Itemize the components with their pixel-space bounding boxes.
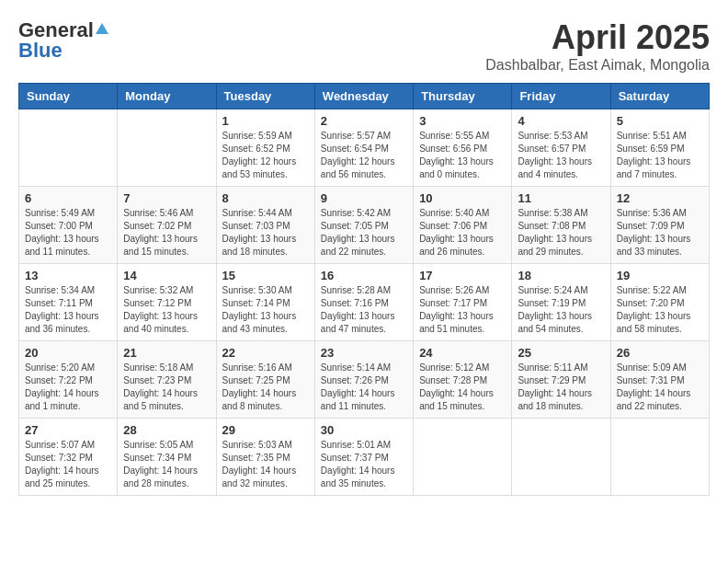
day-number: 23: [321, 346, 407, 360]
calendar-cell: 26Sunrise: 5:09 AM Sunset: 7:31 PM Dayli…: [610, 341, 709, 419]
day-info: Sunrise: 5:03 AM Sunset: 7:35 PM Dayligh…: [222, 439, 309, 490]
calendar-cell: 6Sunrise: 5:49 AM Sunset: 7:00 PM Daylig…: [19, 187, 118, 264]
calendar-cell: 11Sunrise: 5:38 AM Sunset: 7:08 PM Dayli…: [512, 187, 610, 264]
calendar-cell: 3Sunrise: 5:55 AM Sunset: 6:56 PM Daylig…: [414, 109, 512, 187]
calendar-cell: 30Sunrise: 5:01 AM Sunset: 7:37 PM Dayli…: [314, 419, 413, 496]
day-info: Sunrise: 5:16 AM Sunset: 7:25 PM Dayligh…: [222, 362, 309, 413]
calendar-cell: [512, 419, 610, 496]
calendar-header-sunday: Sunday: [19, 84, 118, 109]
day-number: 20: [25, 346, 111, 360]
day-number: 26: [617, 346, 703, 360]
calendar-cell: 7Sunrise: 5:46 AM Sunset: 7:02 PM Daylig…: [118, 187, 216, 264]
calendar-cell: 18Sunrise: 5:24 AM Sunset: 7:19 PM Dayli…: [512, 264, 610, 341]
calendar-header-saturday: Saturday: [610, 84, 709, 109]
day-number: 1: [222, 114, 309, 128]
day-number: 30: [321, 423, 407, 437]
calendar-cell: 9Sunrise: 5:42 AM Sunset: 7:05 PM Daylig…: [314, 187, 413, 264]
day-info: Sunrise: 5:46 AM Sunset: 7:02 PM Dayligh…: [123, 207, 210, 259]
day-number: 13: [25, 269, 111, 282]
day-number: 3: [419, 114, 506, 128]
day-number: 2: [321, 114, 407, 128]
day-number: 7: [123, 191, 210, 205]
calendar-cell: 8Sunrise: 5:44 AM Sunset: 7:03 PM Daylig…: [216, 187, 314, 264]
day-info: Sunrise: 5:30 AM Sunset: 7:14 PM Dayligh…: [222, 284, 309, 336]
day-number: 24: [419, 346, 506, 360]
day-number: 16: [321, 269, 407, 282]
calendar-cell: 22Sunrise: 5:16 AM Sunset: 7:25 PM Dayli…: [216, 341, 314, 419]
calendar-header-friday: Friday: [512, 84, 610, 109]
calendar-cell: 21Sunrise: 5:18 AM Sunset: 7:23 PM Dayli…: [118, 341, 216, 419]
day-info: Sunrise: 5:24 AM Sunset: 7:19 PM Dayligh…: [518, 284, 604, 336]
day-info: Sunrise: 5:22 AM Sunset: 7:20 PM Dayligh…: [617, 284, 703, 336]
calendar-week-row: 1Sunrise: 5:59 AM Sunset: 6:52 PM Daylig…: [19, 109, 710, 187]
day-number: 10: [419, 191, 506, 205]
calendar-cell: 4Sunrise: 5:53 AM Sunset: 6:57 PM Daylig…: [512, 109, 610, 187]
day-number: 15: [222, 269, 309, 282]
day-info: Sunrise: 5:09 AM Sunset: 7:31 PM Dayligh…: [617, 362, 703, 413]
day-info: Sunrise: 5:14 AM Sunset: 7:26 PM Dayligh…: [321, 362, 407, 413]
day-info: Sunrise: 5:05 AM Sunset: 7:34 PM Dayligh…: [123, 439, 210, 490]
day-info: Sunrise: 5:59 AM Sunset: 6:52 PM Dayligh…: [222, 130, 309, 181]
calendar-header-monday: Monday: [118, 84, 216, 109]
day-info: Sunrise: 5:42 AM Sunset: 7:05 PM Dayligh…: [321, 207, 407, 259]
calendar-header-wednesday: Wednesday: [314, 84, 413, 109]
day-info: Sunrise: 5:44 AM Sunset: 7:03 PM Dayligh…: [222, 207, 309, 259]
logo: General Blue: [18, 18, 108, 63]
day-info: Sunrise: 5:34 AM Sunset: 7:11 PM Dayligh…: [25, 284, 111, 336]
day-number: 21: [123, 346, 210, 360]
calendar-cell: 14Sunrise: 5:32 AM Sunset: 7:12 PM Dayli…: [118, 264, 216, 341]
day-number: 25: [518, 346, 604, 360]
day-info: Sunrise: 5:28 AM Sunset: 7:16 PM Dayligh…: [321, 284, 407, 336]
calendar-cell: 25Sunrise: 5:11 AM Sunset: 7:29 PM Dayli…: [512, 341, 610, 419]
day-info: Sunrise: 5:53 AM Sunset: 6:57 PM Dayligh…: [518, 130, 604, 181]
calendar-cell: 28Sunrise: 5:05 AM Sunset: 7:34 PM Dayli…: [118, 419, 216, 496]
day-info: Sunrise: 5:26 AM Sunset: 7:17 PM Dayligh…: [419, 284, 506, 336]
calendar-cell: 1Sunrise: 5:59 AM Sunset: 6:52 PM Daylig…: [216, 109, 314, 187]
calendar-cell: 19Sunrise: 5:22 AM Sunset: 7:20 PM Dayli…: [610, 264, 709, 341]
calendar-cell: 12Sunrise: 5:36 AM Sunset: 7:09 PM Dayli…: [610, 187, 709, 264]
month-title: April 2025: [485, 18, 710, 57]
calendar-week-row: 27Sunrise: 5:07 AM Sunset: 7:32 PM Dayli…: [19, 419, 710, 496]
calendar-week-row: 13Sunrise: 5:34 AM Sunset: 7:11 PM Dayli…: [19, 264, 710, 341]
day-number: 22: [222, 346, 309, 360]
day-info: Sunrise: 5:01 AM Sunset: 7:37 PM Dayligh…: [321, 439, 407, 490]
calendar-cell: 27Sunrise: 5:07 AM Sunset: 7:32 PM Dayli…: [19, 419, 118, 496]
calendar-week-row: 6Sunrise: 5:49 AM Sunset: 7:00 PM Daylig…: [19, 187, 710, 264]
day-number: 27: [25, 423, 111, 437]
calendar-cell: 2Sunrise: 5:57 AM Sunset: 6:54 PM Daylig…: [314, 109, 413, 187]
day-info: Sunrise: 5:51 AM Sunset: 6:59 PM Dayligh…: [617, 130, 703, 181]
calendar-header-tuesday: Tuesday: [216, 84, 314, 109]
calendar-cell: 15Sunrise: 5:30 AM Sunset: 7:14 PM Dayli…: [216, 264, 314, 341]
day-info: Sunrise: 5:55 AM Sunset: 6:56 PM Dayligh…: [419, 130, 506, 181]
day-number: 18: [518, 269, 604, 282]
header: General Blue April 2025 Dashbalbar, East…: [18, 18, 710, 74]
calendar-cell: 16Sunrise: 5:28 AM Sunset: 7:16 PM Dayli…: [314, 264, 413, 341]
day-info: Sunrise: 5:36 AM Sunset: 7:09 PM Dayligh…: [617, 207, 703, 259]
day-number: 17: [419, 269, 506, 282]
day-info: Sunrise: 5:18 AM Sunset: 7:23 PM Dayligh…: [123, 362, 210, 413]
day-info: Sunrise: 5:40 AM Sunset: 7:06 PM Dayligh…: [419, 207, 506, 259]
logo-blue: Blue: [18, 39, 63, 63]
day-number: 28: [123, 423, 210, 437]
calendar-cell: [610, 419, 709, 496]
day-number: 12: [617, 191, 703, 205]
calendar-cell: [118, 109, 216, 187]
day-info: Sunrise: 5:07 AM Sunset: 7:32 PM Dayligh…: [25, 439, 111, 490]
day-number: 6: [25, 191, 111, 205]
day-info: Sunrise: 5:49 AM Sunset: 7:00 PM Dayligh…: [25, 207, 111, 259]
day-number: 9: [321, 191, 407, 205]
day-info: Sunrise: 5:57 AM Sunset: 6:54 PM Dayligh…: [321, 130, 407, 181]
calendar-cell: 23Sunrise: 5:14 AM Sunset: 7:26 PM Dayli…: [314, 341, 413, 419]
calendar-header-row: SundayMondayTuesdayWednesdayThursdayFrid…: [19, 84, 710, 109]
calendar-cell: 29Sunrise: 5:03 AM Sunset: 7:35 PM Dayli…: [216, 419, 314, 496]
day-info: Sunrise: 5:20 AM Sunset: 7:22 PM Dayligh…: [25, 362, 111, 413]
calendar-cell: [414, 419, 512, 496]
day-info: Sunrise: 5:12 AM Sunset: 7:28 PM Dayligh…: [419, 362, 506, 413]
calendar-cell: 17Sunrise: 5:26 AM Sunset: 7:17 PM Dayli…: [414, 264, 512, 341]
calendar: SundayMondayTuesdayWednesdayThursdayFrid…: [18, 83, 710, 496]
calendar-cell: 13Sunrise: 5:34 AM Sunset: 7:11 PM Dayli…: [19, 264, 118, 341]
logo-triangle: [96, 23, 108, 34]
day-number: 5: [617, 114, 703, 128]
calendar-cell: [19, 109, 118, 187]
day-info: Sunrise: 5:38 AM Sunset: 7:08 PM Dayligh…: [518, 207, 604, 259]
